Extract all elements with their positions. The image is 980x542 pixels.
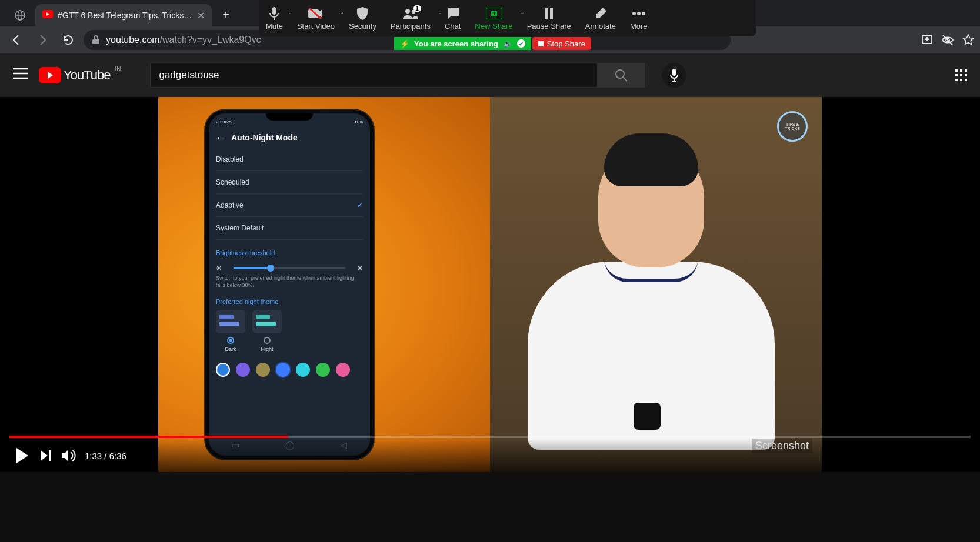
next-button[interactable]: [34, 444, 58, 467]
accent-color-3[interactable]: [256, 363, 270, 377]
theme-dark-card[interactable]: Dark: [216, 310, 245, 352]
svg-point-2: [405, 9, 410, 14]
browser-tab-active[interactable]: #GTT 6 Best Telegram Tips, Tricks an ✕: [35, 4, 212, 26]
zoom-participants-button[interactable]: 1 Participants ⌄: [384, 4, 438, 33]
hamburger-menu-button[interactable]: [13, 68, 28, 83]
youtube-play-icon: [39, 67, 61, 83]
youtube-favicon-icon: [42, 10, 53, 21]
speaker-icon[interactable]: 🔉: [503, 39, 512, 48]
zoom-newshare-label: New Share: [475, 22, 512, 31]
video-presenter: [516, 144, 786, 472]
sharing-text: You are screen sharing: [414, 39, 498, 48]
stop-share-label: Stop Share: [547, 39, 585, 48]
bookmark-star-icon[interactable]: [962, 34, 974, 46]
volume-button[interactable]: [58, 444, 81, 467]
chat-icon: [446, 6, 459, 21]
theme-night-card[interactable]: Night: [252, 310, 282, 352]
lock-icon: [92, 35, 100, 45]
zoom-stop-share-button[interactable]: Stop Share: [532, 37, 591, 50]
back-arrow-icon[interactable]: ←: [216, 133, 224, 142]
nav-back-button[interactable]: [6, 29, 27, 51]
tab-close-icon[interactable]: ✕: [197, 10, 205, 21]
url-text: youtube.com/watch?v=yv_Lwka9Qvc: [106, 35, 261, 45]
zoom-more-button[interactable]: More: [623, 4, 655, 33]
video-player: TIPS & TRICKS 23:36:59 91% ← Auto-Night …: [0, 97, 980, 472]
voice-search-button[interactable]: [662, 63, 686, 88]
zoom-pauseshare-button[interactable]: Pause Share: [520, 4, 578, 33]
play-button[interactable]: [11, 444, 34, 467]
participants-count-badge: 1: [413, 5, 421, 12]
nav-forward-button[interactable]: [32, 29, 53, 51]
video-scrubber[interactable]: [9, 436, 971, 438]
svg-point-9: [637, 12, 641, 15]
stop-icon: [538, 41, 544, 46]
lavalier-mic-icon: [634, 403, 661, 430]
svg-point-10: [642, 12, 645, 15]
accent-color-4[interactable]: [276, 363, 290, 377]
video-timecode: 1:33 / 6:36: [85, 451, 126, 461]
phone-screen-title: ← Auto-Night Mode: [216, 133, 363, 142]
youtube-country-code: IN: [115, 66, 121, 72]
option-adaptive[interactable]: Adaptive✓: [216, 194, 363, 217]
zoom-annotate-button[interactable]: Annotate: [578, 4, 623, 33]
new-tab-button[interactable]: +: [216, 5, 235, 24]
brightness-hint: Switch to your preferred night theme whe…: [216, 275, 363, 289]
zoom-chat-label: Chat: [445, 22, 461, 31]
accent-color-7[interactable]: [336, 363, 350, 377]
search-input[interactable]: [150, 63, 597, 88]
incognito-blocked-icon[interactable]: [941, 34, 954, 46]
sun-low-icon: ☀: [216, 265, 222, 272]
zoom-chat-button[interactable]: Chat: [438, 4, 468, 33]
youtube-logo[interactable]: YouTube IN: [39, 67, 110, 83]
zoom-sharing-indicator: ⚡ You are screen sharing 🔉 ✔: [394, 37, 531, 50]
zoom-participants-label: Participants: [391, 22, 431, 31]
nav-reload-button[interactable]: [58, 29, 79, 51]
check-icon: ✓: [357, 201, 363, 209]
browser-tab-other[interactable]: [5, 4, 35, 26]
shield-icon: [356, 6, 368, 21]
accent-color-2[interactable]: [236, 363, 250, 377]
radio-icon: [264, 337, 271, 344]
shield-check-icon[interactable]: ✔: [517, 39, 525, 48]
video-off-icon: [308, 6, 324, 21]
phone-mockup: 23:36:59 91% ← Auto-Night Mode Disabled …: [205, 110, 374, 459]
brightness-label: Brightness threshold: [216, 249, 363, 256]
zoom-more-label: More: [630, 22, 648, 31]
svg-rect-6: [545, 8, 548, 19]
zoom-video-button[interactable]: Start Video ⌄: [290, 4, 342, 33]
option-disabled[interactable]: Disabled: [216, 148, 363, 171]
install-app-icon[interactable]: [921, 34, 933, 46]
search-button[interactable]: [597, 63, 645, 88]
channel-watermark[interactable]: TIPS & TRICKS: [777, 111, 808, 142]
mic-icon: [269, 6, 279, 21]
svg-point-22: [616, 70, 624, 78]
zoom-mute-label: Mute: [266, 22, 283, 31]
zoom-video-label: Start Video: [297, 22, 335, 31]
zoom-annotate-label: Annotate: [585, 22, 616, 31]
video-frame[interactable]: TIPS & TRICKS 23:36:59 91% ← Auto-Night …: [158, 97, 822, 472]
zoom-toolbar: Mute ⌄ Start Video ⌄ Security 1 Particip…: [259, 0, 756, 36]
zoom-security-label: Security: [349, 22, 376, 31]
accent-color-1[interactable]: [216, 363, 230, 377]
lightning-icon: ⚡: [400, 39, 409, 48]
status-time: 23:36:59: [216, 119, 234, 125]
sun-high-icon: ☀: [357, 265, 363, 272]
zoom-mute-button[interactable]: Mute ⌄: [259, 4, 290, 33]
accent-color-5[interactable]: [296, 363, 310, 377]
option-system-default[interactable]: System Default: [216, 217, 363, 240]
status-battery: 91%: [354, 119, 363, 125]
svg-rect-15: [92, 39, 99, 44]
zoom-newshare-button[interactable]: New Share ⌄: [468, 4, 519, 33]
more-dots-icon: [632, 6, 646, 21]
zoom-sharing-strip: ⚡ You are screen sharing 🔉 ✔ Stop Share: [394, 37, 591, 50]
brightness-slider[interactable]: [234, 267, 345, 269]
accent-color-6[interactable]: [316, 363, 330, 377]
pause-icon: [544, 6, 554, 21]
youtube-masthead: YouTube IN: [0, 53, 980, 97]
youtube-apps-icon[interactable]: [955, 69, 967, 81]
option-scheduled[interactable]: Scheduled: [216, 171, 363, 194]
youtube-search: [150, 63, 645, 88]
zoom-security-button[interactable]: Security: [342, 4, 384, 33]
pencil-icon: [595, 6, 606, 21]
svg-rect-24: [672, 69, 676, 76]
